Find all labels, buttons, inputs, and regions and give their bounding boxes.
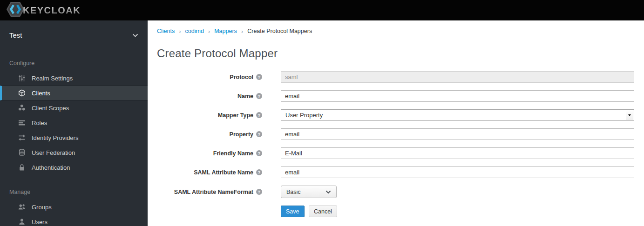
mapper-type-selected-value: User Property: [285, 112, 323, 119]
list-icon: [18, 119, 26, 126]
breadcrumb-codimd[interactable]: codimd: [185, 28, 204, 34]
sidebar-item-label: Client Scopes: [32, 105, 69, 112]
name-row: Name ?: [157, 90, 634, 102]
friendly-name-label: Friendly Name: [213, 150, 253, 157]
help-icon[interactable]: ?: [256, 189, 262, 195]
protocol-row: Protocol ?: [157, 71, 634, 83]
sidebar-item-label: Clients: [32, 90, 50, 97]
form-actions-row: Save Cancel: [157, 206, 634, 217]
friendly-name-row: Friendly Name ?: [157, 147, 634, 159]
sidebar-item-label: User Federation: [32, 149, 75, 156]
app-header: KEYCLOAK: [0, 0, 644, 20]
sliders-icon: [18, 74, 26, 82]
sidebar-item-users[interactable]: Users: [0, 214, 148, 226]
sidebar-item-label: Groups: [32, 204, 52, 211]
keycloak-logo: KEYCLOAK: [6, 1, 81, 19]
help-icon[interactable]: ?: [256, 150, 262, 156]
protocol-label-group: Protocol ?: [157, 74, 262, 80]
saml-attribute-nameformat-select[interactable]: Basic: [281, 186, 337, 198]
sidebar-item-authentication[interactable]: Authentication: [0, 160, 148, 175]
sidebar-item-clients[interactable]: Clients: [0, 86, 148, 100]
protocol-label: Protocol: [230, 74, 253, 80]
sidebar-item-client-scopes[interactable]: Client Scopes: [0, 100, 148, 115]
exchange-arrows-icon: [18, 134, 26, 141]
saml-attribute-name-label: SAML Attribute Name: [194, 169, 253, 176]
chevron-down-icon: [132, 33, 138, 37]
group-icon: [18, 203, 26, 211]
mapper-type-row: Mapper Type ? User Property: [157, 109, 634, 121]
saml-attribute-nameformat-label: SAML Attribute NameFormat: [174, 189, 253, 195]
saml-attribute-name-label-group: SAML Attribute Name ?: [157, 169, 262, 176]
nav-section-manage: Manage: [0, 175, 148, 199]
nameformat-selected-value: Basic: [286, 189, 301, 195]
lock-icon: [18, 164, 26, 171]
create-protocol-mapper-form: Protocol ? Name ? Mapper Type ?: [157, 71, 634, 217]
property-row: Property ?: [157, 128, 634, 140]
sidebar-item-roles[interactable]: Roles: [0, 115, 148, 130]
page-title: Create Protocol Mapper: [157, 47, 634, 60]
database-icon: [18, 149, 26, 156]
cubes-icon: [18, 104, 26, 112]
friendly-name-input[interactable]: [281, 147, 634, 159]
saml-attribute-name-row: SAML Attribute Name ?: [157, 166, 634, 178]
mapper-type-label: Mapper Type: [218, 112, 253, 119]
property-label: Property: [230, 131, 253, 138]
help-icon[interactable]: ?: [256, 112, 262, 118]
name-label-group: Name ?: [157, 93, 262, 100]
breadcrumb: Clients › codimd › Mappers › Create Prot…: [157, 28, 634, 34]
breadcrumb-mappers[interactable]: Mappers: [214, 28, 237, 34]
saml-attribute-name-input[interactable]: [281, 166, 634, 178]
sidebar-item-identity-providers[interactable]: Identity Providers: [0, 130, 148, 145]
dropdown-arrow-icon: [626, 110, 633, 120]
breadcrumb-separator-icon: ›: [179, 28, 181, 34]
sidebar-item-user-federation[interactable]: User Federation: [0, 145, 148, 160]
save-button[interactable]: Save: [281, 206, 305, 217]
realm-selector[interactable]: Test: [0, 20, 148, 50]
cancel-button[interactable]: Cancel: [309, 206, 337, 217]
chevron-down-icon: [325, 190, 331, 194]
nav-section-configure: Configure: [0, 50, 148, 71]
saml-attribute-nameformat-label-group: SAML Attribute NameFormat ?: [157, 189, 262, 195]
property-input[interactable]: [281, 128, 634, 140]
breadcrumb-separator-icon: ›: [208, 28, 210, 34]
saml-attribute-nameformat-row: SAML Attribute NameFormat ? Basic: [157, 186, 634, 198]
sidebar-item-realm-settings[interactable]: Realm Settings: [0, 71, 148, 86]
sidebar-item-label: Authentication: [32, 164, 70, 171]
main-content: Clients › codimd › Mappers › Create Prot…: [148, 20, 644, 226]
mapper-type-select[interactable]: User Property: [281, 109, 634, 121]
breadcrumb-separator-icon: ›: [241, 28, 243, 34]
mapper-type-label-group: Mapper Type ?: [157, 112, 262, 119]
property-label-group: Property ?: [157, 131, 262, 138]
cube-icon: [18, 89, 26, 97]
protocol-input: [281, 71, 634, 83]
sidebar-item-label: Users: [32, 219, 47, 226]
name-label: Name: [237, 93, 253, 100]
realm-name: Test: [9, 31, 22, 39]
sidebar: Test Configure Realm Settings Clients Cl…: [0, 20, 148, 226]
sidebar-item-label: Roles: [32, 120, 47, 126]
keycloak-hexagon-icon: [6, 1, 25, 19]
sidebar-item-label: Realm Settings: [32, 75, 73, 82]
help-icon[interactable]: ?: [256, 131, 262, 137]
keycloak-logo-text: KEYCLOAK: [23, 5, 81, 16]
sidebar-item-groups[interactable]: Groups: [0, 199, 148, 214]
name-input[interactable]: [281, 90, 634, 102]
help-icon[interactable]: ?: [256, 93, 262, 99]
breadcrumb-clients[interactable]: Clients: [157, 28, 175, 34]
help-icon[interactable]: ?: [256, 74, 262, 80]
help-icon[interactable]: ?: [256, 169, 262, 175]
breadcrumb-current: Create Protocol Mappers: [247, 28, 312, 34]
friendly-name-label-group: Friendly Name ?: [157, 150, 262, 157]
sidebar-item-label: Identity Providers: [32, 134, 78, 141]
user-icon: [18, 218, 26, 226]
